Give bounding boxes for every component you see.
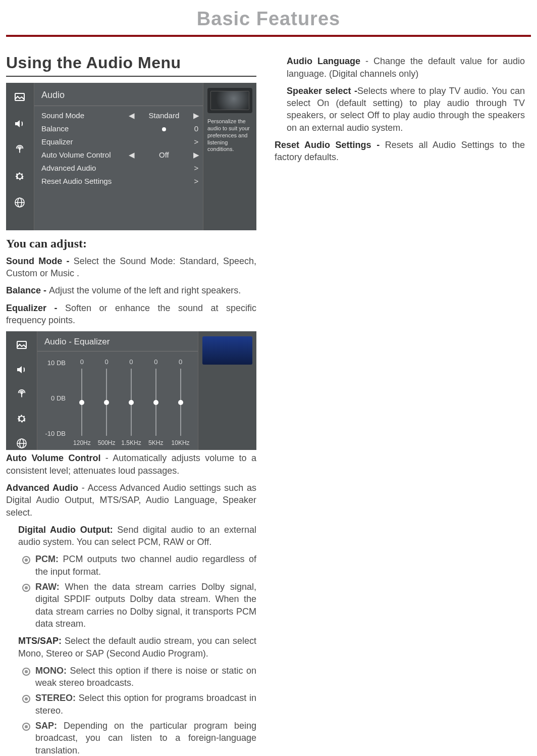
bullets-mts: MONO: Select this option if there is noi… [18, 665, 256, 756]
eq-value: 0 [179, 358, 182, 367]
p-balance: Balance - Adjust the volume of the left … [6, 284, 256, 296]
osd-title: Audio [34, 83, 203, 106]
value: Standard [136, 111, 192, 121]
tv-preview-thumb [202, 336, 252, 365]
label: Reset Audio Settings [41, 176, 127, 186]
eq-sliders: 0 120Hz 0 500Hz 0 1.5KHz [70, 356, 193, 447]
li-mono: MONO: Select this option if there is noi… [18, 665, 256, 689]
chevron-right-icon[interactable]: > [192, 137, 201, 147]
eq-value: 0 [105, 358, 109, 367]
eq-freq: 120Hz [73, 439, 91, 447]
p-sound-mode: Sound Mode - Select the Sound Mode: Stan… [6, 255, 256, 280]
osd-help-panel: Personalize the audio to suit your prefe… [203, 83, 256, 230]
gear-icon[interactable] [14, 412, 29, 426]
triangle-left-icon[interactable]: ◀ [127, 150, 136, 160]
picture-icon[interactable] [14, 338, 29, 352]
li-stereo: STEREO: Select this option for programs … [18, 692, 256, 717]
eq-freq: 1.5KHz [121, 439, 141, 447]
osd-nav [6, 331, 37, 450]
eq-slider-120hz[interactable]: 0 120Hz [70, 358, 93, 447]
p-speaker-select: Speaker select -Selects where to play TV… [287, 85, 525, 134]
tv-preview-thumb [207, 88, 252, 113]
p-audio-language: Audio Language - Change the default valu… [287, 55, 525, 80]
bullets-dao: PCM: PCM outputs two channel audio regar… [18, 553, 256, 630]
row-auto-volume[interactable]: Auto Volume Control ◀ Off ▶ [41, 148, 201, 162]
triangle-right-icon[interactable]: ▶ [192, 111, 201, 121]
eq-freq: 5KHz [148, 439, 163, 447]
p-digital-audio-output: Digital Audio Output: Send digital audio… [18, 524, 256, 548]
row-equalizer[interactable]: Equalizer > [41, 135, 201, 148]
label: Auto Volume Control [41, 150, 127, 160]
value: Off [136, 150, 192, 160]
chevron-right-icon[interactable]: > [192, 163, 201, 173]
globe-icon[interactable] [12, 195, 27, 210]
eq-yaxis: 10 DB 0 DB -10 DB [40, 356, 70, 447]
broadcast-icon[interactable] [14, 388, 29, 401]
indent-block: Digital Audio Output: Send digital audio… [6, 524, 256, 756]
eq-title: Audio - Equalizer [37, 331, 198, 351]
label: Advanced Audio [41, 163, 127, 173]
eq-help-panel [198, 331, 256, 450]
osd-body: Audio Sound Mode ◀ Standard ▶ Balance [34, 83, 203, 230]
eq-value: 0 [154, 358, 157, 367]
osd-equalizer: Audio - Equalizer 10 DB 0 DB -10 DB 0 12… [6, 331, 256, 450]
triangle-left-icon[interactable]: ◀ [127, 111, 136, 121]
osd-audio-menu: Audio Sound Mode ◀ Standard ▶ Balance [6, 83, 256, 230]
indent-block: Audio Language - Change the default valu… [275, 55, 525, 134]
eq-slider-1-5khz[interactable]: 0 1.5KHz [120, 358, 143, 447]
label: Sound Mode [41, 111, 127, 121]
osd-rows: Sound Mode ◀ Standard ▶ Balance 0 [34, 106, 203, 188]
section-title: Using the Audio Menu [6, 52, 256, 77]
p-advanced-audio: Advanced Audio - Access Advanced Audio s… [6, 482, 256, 519]
eq-chart: 10 DB 0 DB -10 DB 0 120Hz 0 5 [37, 351, 198, 450]
eq-freq: 500Hz [98, 439, 116, 447]
speaker-icon[interactable] [14, 363, 29, 377]
row-advanced-audio[interactable]: Advanced Audio > [41, 162, 201, 175]
p-reset-audio: Reset Audio Settings - Resets all Audio … [275, 139, 525, 164]
eq-freq: 10KHz [172, 439, 190, 447]
label: Equalizer [41, 137, 127, 147]
header-rule [6, 35, 531, 37]
osd-nav [6, 83, 34, 230]
value: 0 [192, 124, 201, 134]
eq-value: 0 [80, 358, 84, 367]
label: Balance [41, 124, 127, 134]
li-sap: SAP: Depending on the particular program… [18, 720, 256, 756]
eq-area: Audio - Equalizer 10 DB 0 DB -10 DB 0 12… [37, 331, 198, 450]
page-header: Basic Features [0, 0, 537, 35]
chevron-right-icon[interactable]: > [192, 176, 201, 186]
eq-slider-500hz[interactable]: 0 500Hz [95, 358, 118, 447]
ytick: 10 DB [40, 359, 66, 368]
ytick: 0 DB [40, 394, 66, 403]
right-column: Audio Language - Change the default valu… [275, 52, 525, 756]
p-mts-sap: MTS/SAP: Select the default audio stream… [18, 635, 256, 660]
row-sound-mode[interactable]: Sound Mode ◀ Standard ▶ [41, 109, 201, 122]
eq-slider-10khz[interactable]: 0 10KHz [169, 358, 192, 447]
p-auto-volume: Auto Volume Control - Automatically adju… [6, 452, 256, 477]
subheading: You can adjust: [6, 235, 256, 251]
row-reset-audio[interactable]: Reset Audio Settings > [41, 175, 201, 188]
speaker-icon[interactable] [12, 116, 27, 131]
content: Using the Audio Menu [0, 52, 537, 756]
broadcast-icon[interactable] [12, 142, 27, 158]
p-equalizer: Equalizer - Soften or enhance the sound … [6, 302, 256, 327]
ytick: -10 DB [40, 429, 66, 438]
eq-slider-5khz[interactable]: 0 5KHz [144, 358, 168, 447]
li-raw: RAW: When the data stream carries Dolby … [18, 581, 256, 630]
osd-help-text: Personalize the audio to suit your prefe… [207, 118, 252, 153]
left-column: Using the Audio Menu [6, 52, 256, 756]
eq-value: 0 [129, 358, 133, 367]
picture-icon[interactable] [12, 90, 27, 105]
li-pcm: PCM: PCM outputs two channel audio regar… [18, 553, 256, 578]
triangle-right-icon[interactable]: ▶ [192, 150, 201, 160]
globe-icon[interactable] [14, 437, 29, 450]
row-balance[interactable]: Balance 0 [41, 122, 201, 135]
gear-icon[interactable] [12, 169, 27, 184]
